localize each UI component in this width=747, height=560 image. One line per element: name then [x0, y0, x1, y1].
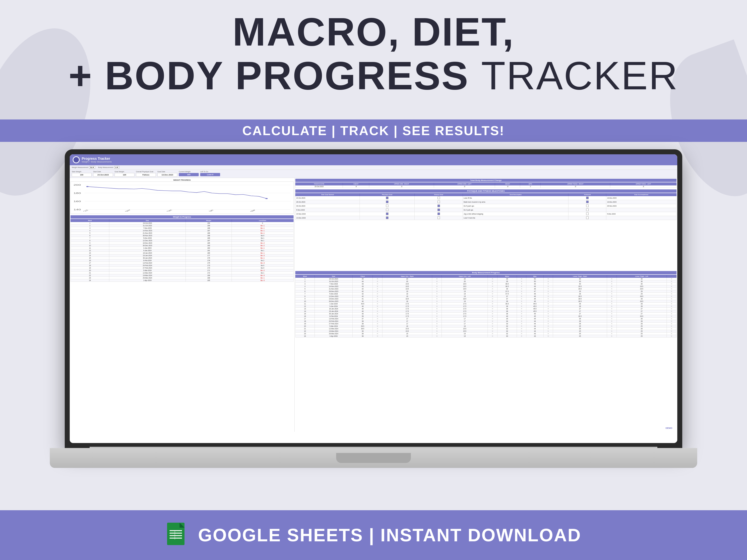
body-meas-cell: 27 [553, 308, 607, 310]
body-meas-cell: in [373, 310, 383, 312]
meas-thigh-left: -5 [610, 185, 676, 188]
fitness-checkbox[interactable] [437, 201, 440, 203]
fitness-checkbox[interactable] [437, 213, 440, 215]
achieved-checkbox[interactable] [586, 209, 589, 211]
body-meas-cell: in [667, 330, 676, 332]
milestone-date: 23-Nov-2023 [295, 212, 360, 216]
body-meas-cell: 15 [382, 335, 432, 337]
goal-date-label: Goal Date [157, 171, 177, 172]
weight-cell: 28-Nov-2023 [109, 235, 186, 237]
body-meas-cell: 19.5 [442, 283, 488, 285]
body-meas-cell: 28 [553, 320, 607, 322]
bm-col-lower-thigh-r: Lower Thigh - Right [553, 275, 607, 277]
weight-cell: 183 [186, 244, 232, 247]
body-meas-cell: in [517, 305, 526, 308]
weight-cell: lbs 2 [232, 259, 293, 262]
achieved-checkbox[interactable] [586, 201, 589, 203]
body-meas-cell: in [373, 285, 383, 288]
physique-checkbox[interactable] [386, 196, 388, 199]
weight-cell: 9 [71, 242, 109, 244]
physique-checkbox[interactable] [386, 216, 388, 219]
physique-checkbox[interactable] [386, 213, 388, 215]
body-meas-cell: 39 [497, 288, 517, 290]
body-unit-select[interactable]: in ▼ [114, 166, 119, 169]
body-meas-cell: in [517, 302, 526, 305]
weight-unit-select[interactable]: lbs ▼ [89, 166, 95, 169]
weight-table-scroll[interactable]: Week Date Weight Loss/Gain 124-Oct-20231… [71, 219, 293, 431]
body-meas-cell: in [373, 290, 383, 292]
fitness-checkbox[interactable] [437, 216, 440, 219]
body-meas-cell: 8 [295, 295, 314, 297]
body-meas-cell: in [667, 310, 676, 312]
body-meas-cell: in [517, 315, 526, 317]
fitness-checkbox[interactable] [437, 196, 440, 199]
weight-table-row: 919-Dec-2023185lbs -2 [71, 242, 293, 244]
body-meas-cell: in [607, 285, 617, 288]
measurement-header-row: TODAYS DATE CHEST UPPER ARM - RIGHT UPPE… [295, 183, 676, 185]
body-meas-cell: 10 [295, 300, 314, 302]
body-meas-row: 1820-Feb-202438in17in17in34in44in28in28i… [295, 320, 676, 322]
weight-table-row: 812-Dec-2023187lbs 1 [71, 239, 293, 242]
weight-cell: 12-Dec-2023 [109, 239, 186, 242]
bm-col-hips: Hips [526, 275, 543, 277]
body-meas-cell: 16 [295, 315, 314, 317]
body-meas-cell: in [607, 292, 617, 295]
body-meas-cell: 27 [617, 308, 667, 310]
body-meas-cell: 36.5 [353, 327, 373, 330]
body-meas-cell: in [488, 310, 497, 312]
body-meas-cell: 30 [617, 283, 667, 285]
start-weight-label: Start Weight [72, 171, 92, 172]
banner-text: CALCULATE | TRACK | SEE RESULTS! [242, 123, 505, 138]
body-meas-cell: 37 [497, 295, 517, 297]
body-meas-cell: in [607, 280, 617, 283]
body-meas-cell: 28 [553, 302, 607, 305]
body-meas-cell: 15 [442, 332, 488, 335]
left-to-go-value: Lose 0 [200, 173, 220, 176]
body-meas-cell: in [373, 317, 383, 320]
weight-table-row: 628-Nov-2023186lbs 0 [71, 235, 293, 237]
physique-checkbox[interactable] [386, 205, 388, 207]
body-meas-row: 1026-Dec-202340in18in18in36in46in28.5in2… [295, 300, 676, 302]
body-meas-cell: 25 [553, 325, 607, 327]
svg-text:160: 160 [74, 200, 81, 203]
achieved-checkbox[interactable] [586, 216, 589, 219]
weight-cell: 26-Mar-2024 [109, 277, 186, 279]
body-meas-cell: in [373, 292, 383, 295]
body-meas-cell: in [517, 295, 526, 297]
body-meas-cell: 30 [553, 283, 607, 285]
body-measurement-scroll[interactable]: Week Date Chest Upper Arm - Right Upper … [295, 275, 676, 431]
physique-checkbox[interactable] [386, 209, 388, 211]
weight-table-row: 37-Nov-2023188lbs -1 [71, 227, 293, 230]
milestone-row: 9-Nov-2023Do 3 pull ups [295, 208, 676, 212]
body-meas-cell: 26 [553, 327, 607, 330]
achieved-checkbox[interactable] [586, 213, 589, 215]
title-line2-bold: + BODY PROGRESS [69, 53, 469, 98]
body-meas-cell: in [667, 325, 676, 327]
physique-checkbox[interactable] [386, 201, 388, 203]
achieved-checkbox[interactable] [586, 196, 589, 199]
body-meas-cell: 30-Jan-2024 [315, 312, 353, 315]
weight-chart: 200 180 160 140 [71, 182, 293, 214]
weight-cell: 185 [186, 242, 232, 244]
body-meas-cell: in [488, 295, 497, 297]
achieved-checkbox[interactable] [586, 205, 589, 207]
body-meas-cell: 25 [617, 335, 667, 337]
body-meas-cell: in [543, 305, 553, 308]
body-meas-cell: in [488, 305, 497, 308]
body-meas-cell: 28.5 [617, 295, 667, 297]
body-measurement-title: Body Measurement Progress [295, 271, 676, 274]
body-meas-cell: 1 [295, 277, 314, 280]
body-meas-cell: 14-Nov-2023 [315, 285, 353, 288]
body-meas-cell: in [667, 332, 676, 335]
body-meas-cell: in [373, 297, 383, 300]
svg-rect-17 [170, 530, 182, 531]
body-meas-cell: 19.5 [382, 285, 432, 288]
body-meas-cell: in [373, 305, 383, 308]
bm-col-upper-arm-r-unit [432, 275, 442, 277]
body-meas-cell: in [488, 292, 497, 295]
fitness-checkbox[interactable] [437, 209, 440, 211]
body-meas-cell: 32 [497, 325, 517, 327]
body-meas-cell: 44 [526, 325, 543, 327]
fitness-checkbox[interactable] [437, 205, 440, 207]
body-meas-cell: in [607, 302, 617, 305]
